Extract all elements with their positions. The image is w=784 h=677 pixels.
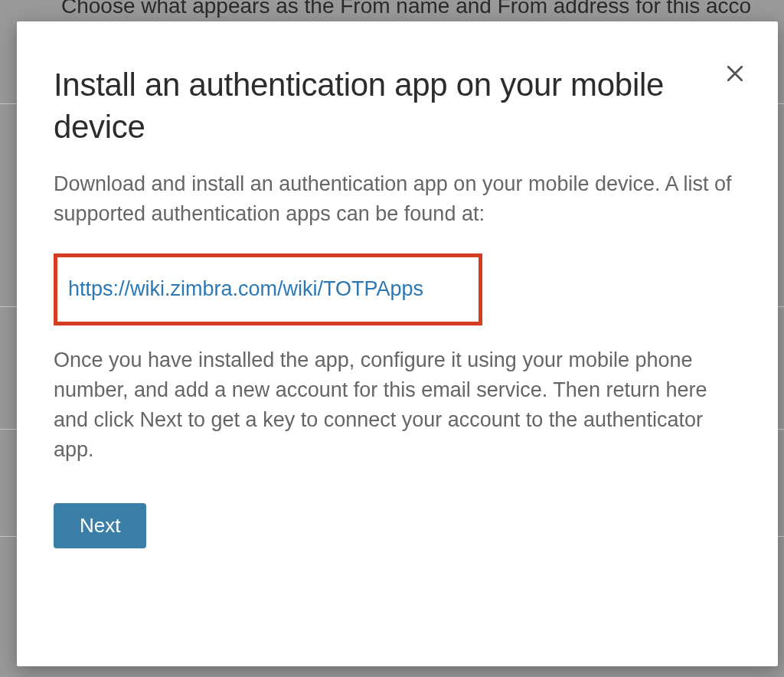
close-button[interactable] — [721, 60, 749, 87]
link-highlight-box: https://wiki.zimbra.com/wiki/TOTPApps — [54, 253, 482, 325]
instruction-paragraph-1: Download and install an authentication a… — [54, 169, 741, 229]
modal-body: Download and install an authentication a… — [54, 169, 741, 548]
next-button[interactable]: Next — [54, 503, 146, 548]
auth-app-modal: Install an authentication app on your mo… — [17, 21, 778, 666]
backdrop-hint-text: Choose what appears as the From name and… — [61, 0, 751, 18]
modal-title: Install an authentication app on your mo… — [54, 64, 741, 148]
totp-apps-link[interactable]: https://wiki.zimbra.com/wiki/TOTPApps — [68, 277, 423, 300]
instruction-paragraph-2: Once you have installed the app, configu… — [54, 345, 741, 466]
close-icon — [724, 62, 746, 85]
